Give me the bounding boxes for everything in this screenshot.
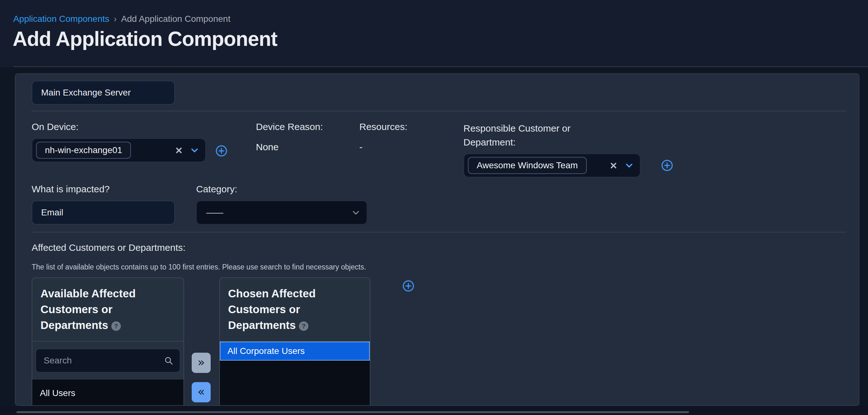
responsible-label: Responsible Customer or Department:: [463, 122, 606, 149]
device-reason-value: None: [256, 142, 279, 153]
category-value: ——: [200, 208, 223, 218]
on-device-chevron-down-icon[interactable]: [190, 146, 199, 155]
affected-section-label: Affected Customers or Departments:: [32, 242, 185, 253]
breadcrumb-link-application-components[interactable]: Application Components: [13, 14, 110, 24]
category-chevron-down-icon[interactable]: [351, 208, 360, 217]
add-responsible-button[interactable]: [661, 159, 674, 172]
horizontal-scrollbar-thumb[interactable]: [17, 411, 689, 413]
impacted-input[interactable]: [32, 200, 175, 225]
responsible-clear-icon[interactable]: [609, 161, 618, 170]
move-left-button[interactable]: «: [192, 382, 211, 402]
resources-label: Resources:: [359, 122, 407, 132]
impacted-label: What is impacted?: [32, 184, 110, 195]
available-panel-header: Available Affected Customers or Departme…: [32, 278, 183, 342]
chosen-list-item-selected[interactable]: All Corporate Users: [220, 342, 370, 360]
chosen-panel-header: Chosen Affected Customers or Departments…: [220, 278, 370, 342]
available-list: All Users: [32, 380, 183, 406]
category-label: Category:: [196, 184, 237, 195]
on-device-clear-icon[interactable]: [175, 146, 183, 155]
breadcrumb-current: Add Application Component: [121, 14, 230, 24]
header-divider: [13, 66, 868, 67]
on-device-chip: nh-win-exchange01: [36, 142, 131, 159]
page-header: Application Components › Add Application…: [0, 0, 868, 67]
bottom-band: [0, 406, 868, 415]
section-divider-1: [31, 111, 846, 111]
on-device-label: On Device:: [32, 122, 79, 132]
available-help-icon[interactable]: ?: [111, 321, 121, 331]
add-device-button[interactable]: [215, 145, 228, 157]
page-title: Add Application Component: [13, 27, 277, 51]
chosen-help-icon[interactable]: ?: [299, 321, 308, 331]
category-select[interactable]: ——: [196, 200, 367, 225]
available-panel-title: Available Affected Customers or Departme…: [40, 286, 164, 333]
available-list-item[interactable]: All Users: [32, 380, 183, 406]
device-reason-label: Device Reason:: [256, 122, 323, 132]
on-device-select[interactable]: nh-win-exchange01: [32, 138, 206, 162]
add-application-component-page: Application Components › Add Application…: [0, 0, 868, 415]
available-search-area: [32, 342, 183, 380]
chosen-list: All Corporate Users: [220, 342, 370, 406]
chosen-panel: Chosen Affected Customers or Departments…: [219, 278, 370, 406]
form-card: On Device: nh-win-exchange01 Device Reas…: [15, 73, 860, 406]
resources-value: -: [359, 142, 363, 153]
responsible-select[interactable]: Awesome Windows Team: [463, 153, 641, 178]
component-name-input[interactable]: [32, 81, 175, 105]
move-right-button[interactable]: »: [192, 353, 211, 373]
responsible-chevron-down-icon[interactable]: [625, 161, 633, 170]
breadcrumb: Application Components › Add Application…: [13, 14, 230, 24]
available-panel-title-text: Available Affected Customers or Departme…: [40, 287, 136, 331]
add-affected-button[interactable]: [402, 280, 415, 292]
search-icon: [164, 356, 173, 365]
available-panel: Available Affected Customers or Departme…: [32, 278, 184, 406]
chosen-panel-title: Chosen Affected Customers or Departments…: [228, 286, 351, 333]
responsible-chip: Awesome Windows Team: [468, 157, 587, 174]
affected-hint-text: The list of available objects contains u…: [32, 263, 366, 272]
breadcrumb-separator-icon: ›: [114, 14, 117, 24]
section-divider-2: [31, 232, 846, 232]
available-search-input[interactable]: [35, 349, 180, 373]
